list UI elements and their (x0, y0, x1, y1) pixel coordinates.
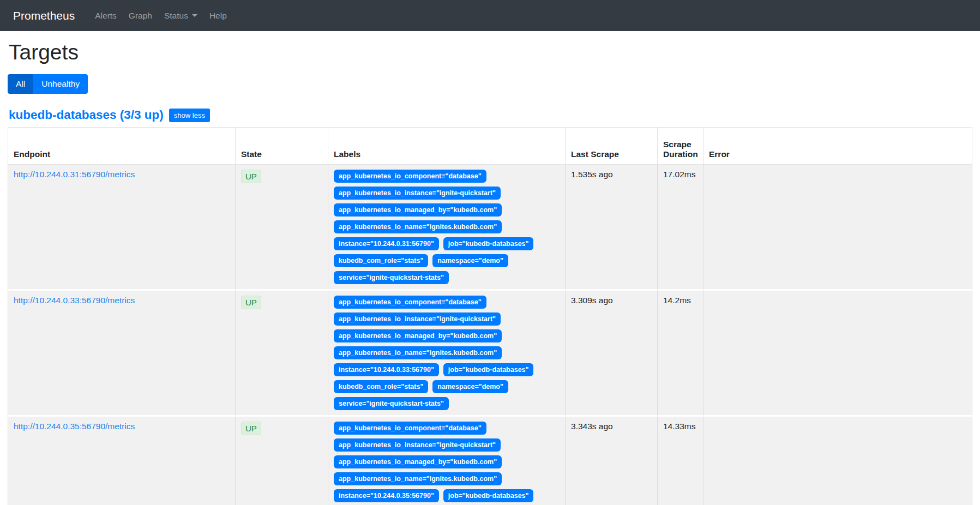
filter-all-button[interactable]: All (8, 74, 33, 94)
main-content: Targets All Unhealthy kubedb-databases (… (0, 40, 980, 505)
nav-item-status[interactable]: Status (158, 7, 203, 25)
labels-list: app_kubernetes_io_component="database"ap… (334, 296, 560, 410)
column-header-labels: Labels (328, 127, 566, 165)
label-badge[interactable]: instance="10.244.0.31:56790" (334, 237, 439, 250)
column-header-state: State (236, 127, 328, 165)
label-badge[interactable]: app_kubernetes_io_instance="ignite-quick… (334, 312, 501, 326)
state-cell: UP (236, 291, 328, 417)
last-scrape-cell: 3.343s ago (566, 417, 658, 505)
labels-cell: app_kubernetes_io_component="database"ap… (328, 291, 566, 417)
error-cell (704, 291, 972, 417)
label-badge[interactable]: app_kubernetes_io_component="database" (334, 170, 486, 183)
scrape-duration-cell: 14.33ms (658, 417, 704, 505)
table-row: http://10.244.0.35:56790/metricsUPapp_ku… (8, 417, 972, 505)
job-header: kubedb-databases (3/3 up) show less (9, 108, 972, 122)
labels-list: app_kubernetes_io_component="database"ap… (334, 170, 560, 284)
column-header-error: Error (704, 127, 972, 165)
scrape-duration-cell: 14.2ms (658, 291, 704, 417)
state-badge: UP (241, 422, 261, 435)
targets-table: EndpointStateLabelsLast ScrapeScrape Dur… (8, 127, 972, 505)
state-cell: UP (236, 417, 328, 505)
error-cell (704, 165, 972, 291)
label-badge[interactable]: job="kubedb-databases" (443, 237, 534, 250)
prometheus-targets-page: Prometheus AlertsGraphStatusHelp Targets… (0, 0, 980, 505)
label-badge[interactable]: job="kubedb-databases" (443, 363, 534, 376)
brand-link[interactable]: Prometheus (13, 9, 75, 22)
label-badge[interactable]: instance="10.244.0.35:56790" (334, 489, 439, 502)
chevron-down-icon (192, 14, 197, 17)
error-cell (704, 417, 972, 505)
page-title: Targets (9, 40, 972, 64)
state-filter-group: All Unhealthy (8, 74, 88, 94)
last-scrape-cell: 3.309s ago (566, 291, 658, 417)
table-row: http://10.244.0.33:56790/metricsUPapp_ku… (8, 291, 972, 417)
show-less-button[interactable]: show less (169, 109, 210, 122)
labels-list: app_kubernetes_io_component="database"ap… (334, 422, 560, 505)
label-badge[interactable]: kubedb_com_role="stats" (334, 380, 428, 393)
table-header-row: EndpointStateLabelsLast ScrapeScrape Dur… (8, 127, 972, 165)
endpoint-link[interactable]: http://10.244.0.33:56790/metrics (14, 296, 135, 305)
label-badge[interactable]: app_kubernetes_io_managed_by="kubedb.com… (334, 455, 502, 468)
nav-item-help[interactable]: Help (203, 7, 233, 25)
navbar-menu: AlertsGraphStatusHelp (89, 7, 233, 25)
label-badge[interactable]: service="ignite-quickstart-stats" (334, 397, 449, 410)
label-badge[interactable]: app_kubernetes_io_component="database" (334, 296, 486, 309)
endpoint-link[interactable]: http://10.244.0.31:56790/metrics (14, 170, 135, 179)
state-badge: UP (241, 296, 261, 309)
filter-unhealthy-button[interactable]: Unhealthy (33, 74, 88, 94)
state-cell: UP (236, 165, 328, 291)
column-header-scrape-duration: Scrape Duration (658, 127, 704, 165)
endpoint-cell: http://10.244.0.33:56790/metrics (8, 291, 236, 417)
job-title-link[interactable]: kubedb-databases (3/3 up) (9, 108, 164, 122)
endpoint-cell: http://10.244.0.35:56790/metrics (8, 417, 236, 505)
label-badge[interactable]: service="ignite-quickstart-stats" (334, 271, 449, 284)
label-badge[interactable]: instance="10.244.0.33:56790" (334, 363, 439, 376)
last-scrape-cell: 1.535s ago (566, 165, 658, 291)
state-badge: UP (241, 170, 261, 183)
endpoint-cell: http://10.244.0.31:56790/metrics (8, 165, 236, 291)
label-badge[interactable]: app_kubernetes_io_component="database" (334, 422, 486, 435)
column-header-last-scrape: Last Scrape (566, 127, 658, 165)
label-badge[interactable]: app_kubernetes_io_instance="ignite-quick… (334, 438, 501, 452)
labels-cell: app_kubernetes_io_component="database"ap… (328, 417, 566, 505)
label-badge[interactable]: app_kubernetes_io_name="ignites.kubedb.c… (334, 346, 502, 359)
column-header-endpoint: Endpoint (8, 127, 236, 165)
label-badge[interactable]: namespace="demo" (432, 380, 508, 393)
top-navbar: Prometheus AlertsGraphStatusHelp (0, 0, 980, 31)
labels-cell: app_kubernetes_io_component="database"ap… (328, 165, 566, 291)
table-row: http://10.244.0.31:56790/metricsUPapp_ku… (8, 165, 972, 291)
nav-item-graph[interactable]: Graph (123, 7, 158, 25)
label-badge[interactable]: job="kubedb-databases" (443, 489, 534, 502)
nav-item-alerts[interactable]: Alerts (89, 7, 123, 25)
scrape-duration-cell: 17.02ms (658, 165, 704, 291)
label-badge[interactable]: kubedb_com_role="stats" (334, 254, 428, 267)
label-badge[interactable]: app_kubernetes_io_name="ignites.kubedb.c… (334, 220, 502, 233)
label-badge[interactable]: app_kubernetes_io_instance="ignite-quick… (334, 187, 501, 200)
label-badge[interactable]: namespace="demo" (432, 254, 508, 267)
label-badge[interactable]: app_kubernetes_io_managed_by="kubedb.com… (334, 329, 502, 342)
label-badge[interactable]: app_kubernetes_io_name="ignites.kubedb.c… (334, 472, 502, 485)
endpoint-link[interactable]: http://10.244.0.35:56790/metrics (14, 422, 135, 431)
label-badge[interactable]: app_kubernetes_io_managed_by="kubedb.com… (334, 203, 502, 217)
